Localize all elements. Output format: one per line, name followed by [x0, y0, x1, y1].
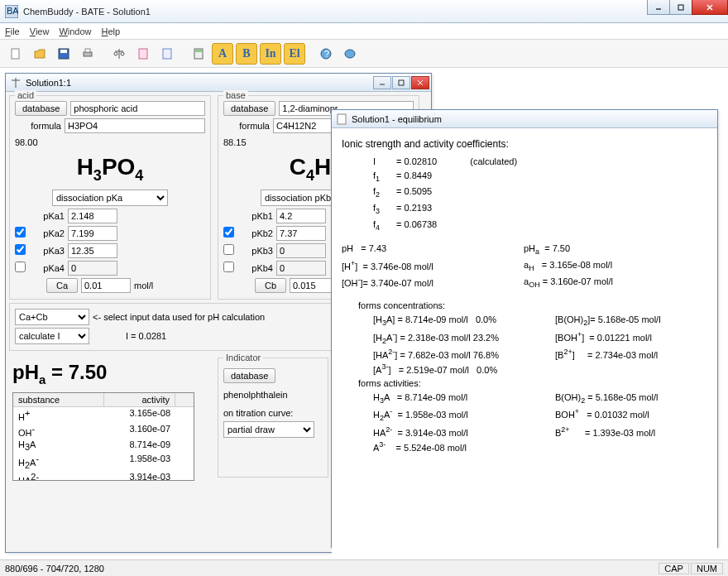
base-label: base [223, 90, 248, 100]
workspace: Solution1:1 acid database formula 98.00 … [0, 68, 728, 559]
pkb-chk-1[interactable] [223, 227, 234, 238]
conc-header: forms concentrations: [358, 299, 707, 313]
status-num: NUM [691, 563, 723, 574]
solution-title: Solution1:1 [26, 78, 71, 88]
pka-input-0[interactable] [68, 209, 117, 223]
new-icon[interactable] [5, 43, 26, 65]
acid-database-button[interactable]: database [15, 101, 67, 116]
calc-mode-select[interactable]: calculate I [15, 328, 89, 344]
svg-rect-25 [399, 80, 404, 85]
doc1-icon[interactable] [132, 43, 154, 65]
ionic-strength-value: I = 0.0281 [126, 331, 166, 341]
app-icon: BATE [5, 5, 18, 18]
acid-unit: mol/l [134, 281, 153, 290]
svg-rect-3 [678, 5, 683, 10]
pkb-input-2[interactable] [276, 243, 326, 258]
table-row[interactable]: H2A- [13, 453, 104, 471]
input-hint: <- select input data used for pH calcula… [93, 312, 265, 322]
acid-ca-input[interactable] [81, 278, 131, 293]
acid-ca-button[interactable]: Ca [46, 278, 78, 293]
pkb-label-2: pKb3 [242, 246, 273, 256]
save-icon[interactable] [53, 43, 74, 65]
ph-display: pHa = 7.50 [6, 354, 214, 393]
calc-icon[interactable] [188, 43, 209, 65]
pkb-chk-3[interactable] [223, 262, 234, 272]
status-coords: 880/696 - 704/720, 1280 [5, 564, 104, 574]
pka-chk-3[interactable] [15, 262, 26, 272]
svg-rect-6 [12, 49, 19, 59]
equilibrium-title: Solution1 - equilibrium [352, 114, 442, 124]
svg-text:?: ? [324, 49, 329, 59]
status-cap: CAP [659, 563, 689, 574]
pka-label-1: pKa2 [33, 228, 65, 238]
pka-input-3[interactable] [68, 261, 117, 276]
statusbar: 880/696 - 704/720, 1280 CAP NUM [0, 559, 728, 576]
window-title: ChemBuddy - BATE - Solution1 [23, 7, 151, 17]
pkb-input-3[interactable] [276, 261, 326, 276]
balance-icon[interactable] [108, 43, 130, 65]
pka-chk-2[interactable] [15, 244, 26, 255]
pkb-input-1[interactable] [276, 226, 326, 241]
indicator-name: phenolphthalein [223, 390, 323, 400]
svg-text:BATE: BATE [7, 6, 18, 16]
print-icon[interactable] [77, 43, 98, 65]
menu-window[interactable]: Window [59, 26, 91, 36]
mdi-maximize-button[interactable] [392, 76, 410, 89]
input-data-select[interactable]: Ca+Cb [15, 309, 89, 325]
indicator-label: Indicator [223, 353, 263, 362]
acid-formula-input[interactable] [65, 118, 205, 133]
help-icon[interactable]: ? [315, 43, 337, 65]
svg-rect-16 [163, 49, 171, 59]
menubar: File View Window Help [0, 23, 728, 40]
pka-label-2: pKa3 [33, 246, 65, 256]
base-cb-button[interactable]: Cb [255, 278, 286, 293]
table-row[interactable]: H+ [13, 407, 104, 423]
menu-view[interactable]: View [30, 26, 50, 36]
indicator-database-button[interactable]: database [223, 368, 275, 383]
mdi-minimize-button[interactable] [373, 76, 391, 89]
db-acid-button[interactable]: A [212, 43, 233, 65]
pka-input-2[interactable] [68, 243, 117, 258]
table-row[interactable]: HA2- [13, 471, 104, 481]
acid-group: acid database formula 98.00 H3PO4 dissoc… [9, 95, 211, 300]
acid-database-value[interactable] [70, 101, 205, 116]
svg-rect-18 [195, 50, 202, 52]
act-header: forms activities: [358, 377, 707, 391]
pkb-input-0[interactable] [276, 209, 326, 223]
db-indicator-button[interactable]: In [260, 43, 281, 65]
info-icon[interactable] [339, 43, 361, 65]
svg-rect-8 [60, 50, 67, 53]
svg-rect-15 [139, 49, 147, 59]
pkb-chk-2[interactable] [223, 244, 234, 255]
close-button[interactable] [692, 0, 728, 15]
db-electrode-button[interactable]: El [284, 43, 305, 65]
menu-file[interactable]: File [5, 26, 20, 36]
pka-chk-1[interactable] [15, 227, 26, 238]
pka-label-3: pKa4 [33, 263, 65, 273]
base-database-button[interactable]: database [223, 101, 275, 116]
svg-point-14 [121, 52, 124, 55]
mdi-close-button[interactable] [411, 76, 429, 89]
table-row[interactable]: OH- [13, 423, 104, 439]
titlebar: BATE ChemBuddy - BATE - Solution1 [0, 0, 728, 23]
curve-select[interactable]: partial draw [223, 421, 314, 438]
pkb-label-3: pKb4 [242, 263, 273, 273]
pka-input-1[interactable] [68, 226, 117, 241]
doc2-icon[interactable] [156, 43, 178, 65]
minimize-button[interactable] [647, 0, 670, 15]
menu-help[interactable]: Help [102, 26, 121, 36]
species-table: substance activity H+3.165e-08OH-3.160e-… [12, 392, 194, 481]
ionic-header: Ionic strength and activity coefficients… [342, 137, 707, 151]
svg-point-13 [114, 52, 117, 55]
maximize-button[interactable] [669, 0, 692, 15]
open-icon[interactable] [29, 43, 50, 65]
col-activity[interactable]: activity [104, 393, 175, 406]
col-substance[interactable]: substance [13, 393, 104, 406]
acid-label: acid [15, 90, 36, 100]
species-rows[interactable]: H+3.165e-08OH-3.160e-07H3A8.714e-09H2A-1… [13, 407, 194, 480]
pkb-label-0: pKb1 [242, 211, 273, 221]
acid-dissoc-select[interactable]: dissociation pKa [52, 190, 168, 206]
svg-rect-10 [85, 49, 90, 52]
db-base-button[interactable]: B [236, 43, 257, 65]
table-row[interactable]: H3A [13, 439, 104, 453]
